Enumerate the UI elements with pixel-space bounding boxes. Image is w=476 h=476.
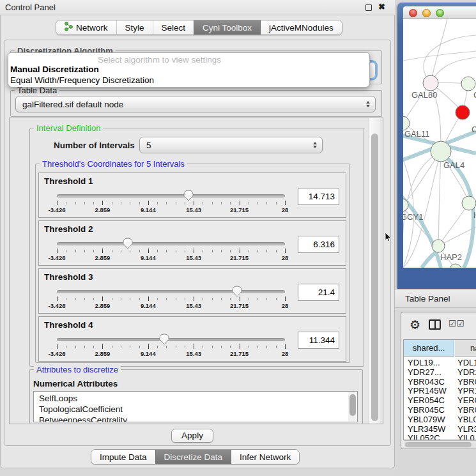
column-header-shared-name[interactable]: shared...: [404, 340, 454, 357]
tab-impute-data[interactable]: Impute Data: [91, 450, 155, 464]
columns-icon[interactable]: [429, 319, 441, 330]
node-hap2[interactable]: [432, 240, 445, 252]
control-panel-titlebar: Control Panel ✖: [0, 0, 395, 15]
threshold-value-field[interactable]: 21.4: [298, 284, 339, 301]
slider-thumb[interactable]: [159, 334, 169, 345]
algorithm-option-equal-width-frequency-discretization[interactable]: Equal Width/Frequency Discretization: [10, 75, 154, 85]
close-traffic-light[interactable]: [409, 9, 417, 17]
algorithm-option-manual-discretization[interactable]: Manual Discretization: [10, 65, 99, 74]
tick-mark: [194, 249, 194, 253]
table-row[interactable]: YIL052CYIL0: [404, 433, 476, 440]
tick-mark: [166, 250, 167, 252]
node-red-node[interactable]: [456, 105, 470, 119]
slider-track[interactable]: [57, 290, 285, 293]
tick-mark: [112, 298, 112, 300]
tick-mark: [139, 298, 140, 300]
scrollbar-thumb[interactable]: [371, 134, 378, 421]
slider-thumb[interactable]: [183, 190, 194, 201]
network-canvas[interactable]: GAL80GACGAL11GAL4GCY1HHAP2: [403, 19, 476, 268]
zoom-traffic-light[interactable]: [436, 9, 444, 17]
tick-mark: [93, 250, 94, 252]
tab-jactivemnodules[interactable]: jActiveMNodules: [260, 20, 342, 35]
attribute-item-betweennesscentrality[interactable]: BetweennessCentrality: [39, 415, 127, 422]
table-row[interactable]: YER054CYER0: [404, 395, 476, 405]
table-row[interactable]: YBR045CYBR0: [404, 405, 476, 415]
node-label-hap2: HAP2: [440, 252, 462, 262]
slider-track[interactable]: [57, 194, 285, 197]
cell-shared-name: YLR345W: [408, 424, 445, 434]
list-scrollbar[interactable]: [348, 392, 357, 422]
tab-style[interactable]: Style: [116, 20, 153, 35]
tick-label: 9.144: [141, 206, 156, 213]
tick-mark: [176, 250, 176, 252]
node-table[interactable]: shared... na YDL19...YDL1YDR27...YDR2YBR…: [403, 339, 476, 440]
vertical-scrollbar[interactable]: [369, 118, 380, 424]
node-gal80[interactable]: [423, 75, 438, 91]
table-row[interactable]: YDL19...YDL1: [404, 358, 476, 367]
tick-mark: [176, 346, 176, 348]
scrollbar-thumb[interactable]: [349, 394, 356, 416]
slider-track[interactable]: [57, 242, 285, 245]
tab-select[interactable]: Select: [153, 20, 194, 35]
tick-label: 9.144: [141, 350, 156, 357]
tick-mark: [185, 202, 185, 204]
table-horizontal-scrollbar[interactable]: [404, 440, 476, 448]
slider-thumb[interactable]: [123, 238, 133, 249]
float-window-icon[interactable]: [365, 4, 372, 11]
tab-label: jActiveMNodules: [269, 23, 334, 33]
table-row[interactable]: YBL079WYBL0: [404, 415, 476, 424]
tick-label: -3.426: [49, 254, 66, 261]
threshold-2-block: Threshold 2-3.4262.8599.14415.4321.71528…: [38, 220, 346, 266]
numerical-attributes-list[interactable]: SelfLoopsTopologicalCoefficientBetweenne…: [33, 391, 358, 422]
tick-label: 9.144: [141, 254, 156, 261]
column-header-name[interactable]: na: [455, 340, 476, 357]
tick-mark: [84, 250, 85, 252]
tick-mark: [102, 249, 103, 253]
tick-mark: [276, 250, 277, 252]
tab-network[interactable]: Network: [56, 20, 116, 35]
tab-cyni-toolbox[interactable]: Cyni Toolbox: [194, 20, 260, 35]
table-row[interactable]: YDR27...YDR2: [404, 367, 476, 377]
threshold-value-field[interactable]: 6.316: [298, 236, 339, 253]
tick-mark: [102, 296, 103, 301]
attributes-group-label: Attributes to discretize: [34, 365, 121, 374]
table-row[interactable]: YPR145WYPR1: [404, 386, 476, 395]
tick-mark: [240, 201, 240, 205]
number-of-intervals-combobox[interactable]: 5: [139, 137, 323, 153]
threshold-1-block: Threshold 1-3.4262.8599.14415.4321.71528…: [38, 173, 346, 218]
gear-icon[interactable]: ⚙: [410, 318, 420, 332]
node-gal4[interactable]: [431, 141, 451, 162]
tick-label: 2.859: [95, 206, 111, 213]
select-rows-icons[interactable]: ☑☑: [449, 319, 464, 328]
tick-mark: [130, 250, 130, 252]
attribute-item-selfloops[interactable]: SelfLoops: [39, 394, 77, 403]
table-data-combobox[interactable]: galFiltered.sif default node: [15, 96, 376, 112]
tab-infer-network[interactable]: Infer Network: [231, 450, 299, 464]
minimize-traffic-light[interactable]: [422, 9, 431, 17]
tick-label: 28: [282, 206, 289, 213]
tick-mark: [93, 346, 94, 348]
tick-mark: [148, 296, 149, 301]
tick-mark: [185, 298, 185, 300]
cell-shared-name: YBL079W: [408, 415, 445, 424]
threshold-4-block: Threshold 4-3.4262.8599.14415.4321.71528…: [38, 316, 346, 362]
node-h-node[interactable]: [462, 196, 476, 210]
table-row[interactable]: YBR043CYBR0: [404, 377, 476, 387]
tick-mark: [130, 202, 130, 204]
threshold-value-field[interactable]: 11.344: [298, 332, 339, 349]
tick-mark: [230, 250, 231, 252]
tick-mark: [249, 346, 249, 348]
close-icon[interactable]: ✖: [378, 2, 385, 12]
numerical-attributes-label: Numerical Attributes: [33, 379, 118, 388]
threshold-value-field[interactable]: 14.713: [298, 188, 339, 205]
scrollbar-thumb[interactable]: [405, 442, 472, 447]
node-gal-right[interactable]: [461, 77, 475, 91]
node-gal11[interactable]: [403, 116, 410, 130]
node-label-gal4: GAL4: [443, 160, 464, 170]
tab-discretize-data[interactable]: Discretize Data: [155, 450, 231, 464]
table-row[interactable]: YLR345WYLR3: [404, 424, 476, 434]
slider-track[interactable]: [57, 338, 285, 341]
slider-thumb[interactable]: [232, 286, 242, 297]
attribute-item-topologicalcoefficient[interactable]: TopologicalCoefficient: [39, 404, 123, 414]
apply-button[interactable]: Apply: [171, 429, 213, 443]
